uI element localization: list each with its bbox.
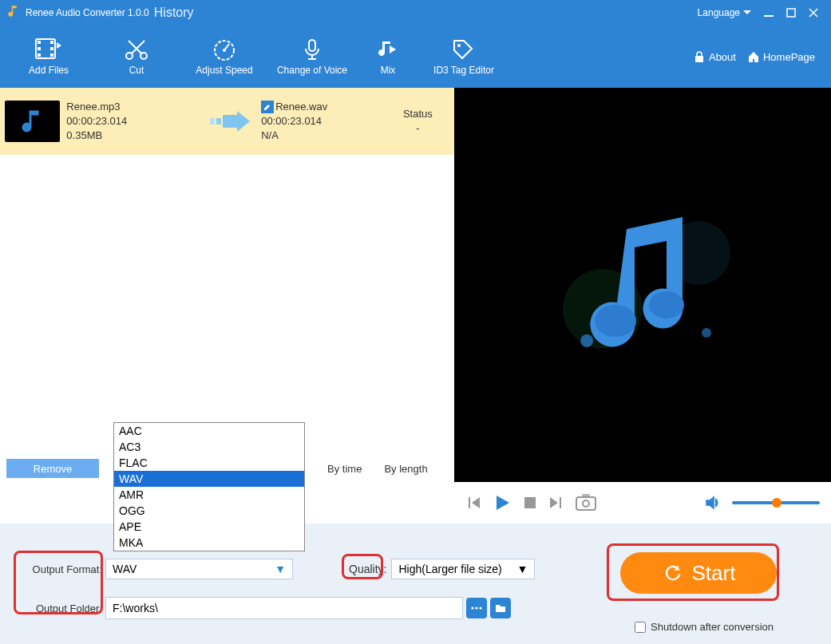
svg-point-23 — [649, 291, 684, 318]
svg-point-28 — [471, 606, 473, 609]
destination-filename: Renee.wav — [275, 100, 327, 114]
volume-icon[interactable] — [705, 495, 721, 511]
id3-tag-button[interactable]: ID3 Tag Editor — [420, 38, 508, 76]
svg-point-30 — [479, 606, 481, 609]
maximize-button[interactable] — [780, 5, 802, 21]
id3-tag-label: ID3 Tag Editor — [433, 65, 494, 76]
svg-rect-0 — [764, 15, 774, 17]
edit-icon[interactable] — [261, 101, 274, 113]
status-header: Status — [386, 107, 449, 121]
format-option[interactable]: AAC — [114, 423, 304, 439]
minimize-button[interactable] — [758, 5, 780, 21]
sort-by-length[interactable]: By length — [384, 463, 427, 475]
browse-more-button[interactable] — [466, 598, 487, 618]
chevron-down-icon: ▼ — [275, 563, 286, 575]
chevron-down-icon: ▼ — [517, 563, 528, 575]
svg-rect-5 — [38, 53, 41, 57]
output-folder-label: Output Folder: — [19, 603, 105, 614]
about-link[interactable]: About — [693, 50, 736, 63]
svg-rect-8 — [50, 53, 53, 57]
scissors-icon — [124, 38, 149, 61]
source-size: 0.35MB — [66, 128, 200, 143]
chevron-down-icon — [743, 9, 751, 17]
snapshot-button[interactable] — [576, 494, 596, 512]
app-logo-icon — [6, 4, 21, 22]
start-label: Start — [692, 561, 736, 586]
shutdown-checkbox[interactable]: Shutdown after conversion — [635, 621, 774, 633]
format-option[interactable]: AMR — [114, 487, 304, 503]
start-button[interactable]: Start — [620, 552, 777, 594]
stop-button[interactable] — [523, 496, 537, 510]
format-option[interactable]: OGG — [114, 503, 304, 519]
history-link[interactable]: History — [154, 6, 194, 20]
format-option[interactable]: AC3 — [114, 439, 304, 455]
remove-button[interactable]: Remove — [6, 459, 99, 478]
format-option[interactable]: WAV — [114, 471, 304, 487]
volume-slider[interactable] — [732, 501, 820, 504]
file-row[interactable]: Renee.mp3 00:00:23.014 0.35MB Renee.wav … — [0, 88, 454, 155]
source-filename: Renee.mp3 — [66, 100, 200, 114]
lock-icon — [693, 50, 706, 63]
output-format-value: WAV — [113, 563, 137, 575]
home-icon — [747, 50, 760, 63]
add-files-label: Add Files — [29, 65, 69, 76]
cut-button[interactable]: Cut — [93, 38, 180, 76]
speedometer-icon — [212, 38, 237, 61]
svg-point-20 — [580, 334, 593, 347]
tag-icon — [451, 38, 477, 61]
microphone-icon — [299, 38, 325, 61]
svg-point-26 — [583, 500, 589, 507]
homepage-label: HomePage — [763, 51, 815, 63]
shutdown-label: Shutdown after conversion — [651, 621, 774, 633]
svg-rect-3 — [38, 41, 41, 44]
player-controls — [454, 482, 831, 523]
app-title: Renee Audio Converter 1.0.0 — [26, 7, 149, 18]
adjust-speed-label: Adjust Speed — [196, 65, 252, 76]
play-button[interactable] — [493, 493, 512, 512]
svg-point-29 — [475, 606, 477, 609]
add-files-button[interactable]: Add Files — [5, 38, 93, 76]
quality-combo[interactable]: High(Larger file size) ▼ — [391, 559, 535, 579]
source-duration: 00:00:23.014 — [66, 114, 200, 128]
shutdown-checkbox-input[interactable] — [635, 622, 646, 633]
format-dropdown-list[interactable]: AACAC3FLACWAVAMROGGAPEMKA — [113, 422, 305, 551]
change-voice-button[interactable]: Change of Voice — [268, 38, 356, 76]
output-format-combo[interactable]: WAV ▼ — [105, 559, 293, 579]
format-option[interactable]: MKA — [114, 535, 304, 551]
format-option[interactable]: APE — [114, 519, 304, 535]
destination-size: N/A — [261, 128, 380, 143]
source-info: Renee.mp3 00:00:23.014 0.35MB — [66, 100, 200, 144]
sort-by-time[interactable]: By time — [327, 463, 362, 475]
cut-label: Cut — [129, 65, 144, 76]
mix-button[interactable]: Mix — [356, 38, 420, 76]
svg-rect-1 — [787, 9, 795, 17]
adjust-speed-button[interactable]: Adjust Speed — [180, 38, 268, 76]
homepage-link[interactable]: HomePage — [747, 50, 815, 63]
music-preview-art — [539, 181, 746, 389]
music-note-icon — [18, 107, 47, 136]
language-dropdown[interactable]: Language — [698, 7, 751, 18]
svg-point-21 — [702, 328, 711, 338]
file-thumbnail — [5, 101, 60, 142]
close-button[interactable] — [802, 5, 825, 21]
output-folder-input[interactable] — [105, 597, 463, 619]
filmstrip-plus-icon — [34, 38, 63, 61]
mix-icon — [375, 38, 401, 61]
svg-rect-13 — [309, 40, 315, 51]
titlebar: Renee Audio Converter 1.0.0 History Lang… — [0, 0, 831, 26]
about-label: About — [709, 51, 736, 63]
next-track-button[interactable] — [548, 495, 564, 511]
refresh-icon — [662, 562, 684, 584]
svg-rect-7 — [50, 47, 53, 50]
quality-value: High(Larger file size) — [398, 563, 501, 575]
svg-rect-4 — [38, 47, 41, 50]
svg-rect-16 — [210, 118, 215, 124]
arrow-icon — [208, 110, 255, 132]
status-column: Status - — [386, 107, 449, 136]
svg-rect-17 — [216, 118, 221, 124]
format-option[interactable]: FLAC — [114, 455, 304, 471]
prev-track-button[interactable] — [465, 495, 481, 511]
language-label: Language — [698, 7, 740, 18]
svg-rect-24 — [524, 497, 536, 508]
open-folder-button[interactable] — [490, 598, 511, 618]
